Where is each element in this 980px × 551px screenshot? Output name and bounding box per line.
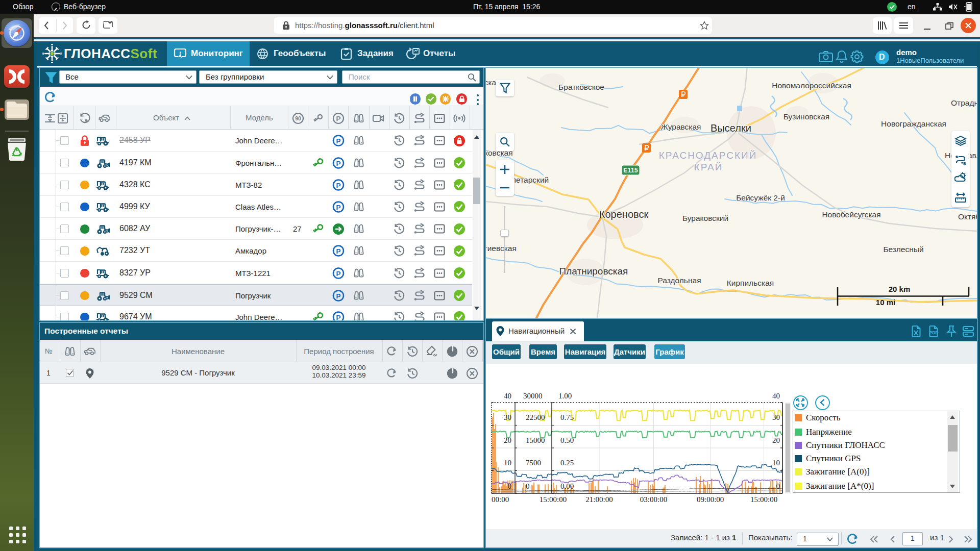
svg-text:0: 0 [776, 482, 780, 490]
svg-text:20: 20 [504, 436, 511, 444]
svg-text:40: 40 [772, 392, 780, 400]
svg-text:0.25: 0.25 [560, 459, 574, 467]
svg-text:15:00:00: 15:00:00 [540, 495, 567, 504]
svg-text:10: 10 [504, 459, 511, 467]
svg-text:PDF: PDF [929, 330, 938, 335]
svg-text:7500: 7500 [526, 459, 541, 467]
svg-text:B: B [963, 161, 966, 166]
svg-text:0.00: 0.00 [560, 482, 574, 490]
svg-text:0.75: 0.75 [560, 413, 574, 421]
svg-text:0: 0 [526, 482, 530, 490]
svg-text:P: P [336, 115, 340, 122]
svg-text:15000: 15000 [526, 436, 545, 444]
svg-text:40: 40 [504, 392, 511, 400]
svg-text:E115: E115 [623, 167, 638, 174]
svg-text:10: 10 [772, 459, 780, 467]
svg-text:30: 30 [504, 413, 511, 421]
svg-text:30: 30 [772, 413, 780, 421]
svg-text:1.00: 1.00 [558, 392, 572, 400]
svg-text:21:00:00: 21:00:00 [585, 495, 612, 504]
svg-text:20: 20 [772, 436, 780, 444]
svg-text:30000: 30000 [523, 392, 543, 400]
svg-text:0.50: 0.50 [560, 436, 574, 444]
svg-text:00:00: 00:00 [492, 495, 509, 504]
svg-text:0: 0 [508, 482, 512, 490]
svg-text:09:00:00: 09:00:00 [697, 495, 724, 504]
svg-text:15:00:00: 15:00:00 [750, 495, 777, 504]
svg-text:22500: 22500 [526, 413, 545, 421]
svg-text:03:00:00: 03:00:00 [640, 495, 667, 504]
